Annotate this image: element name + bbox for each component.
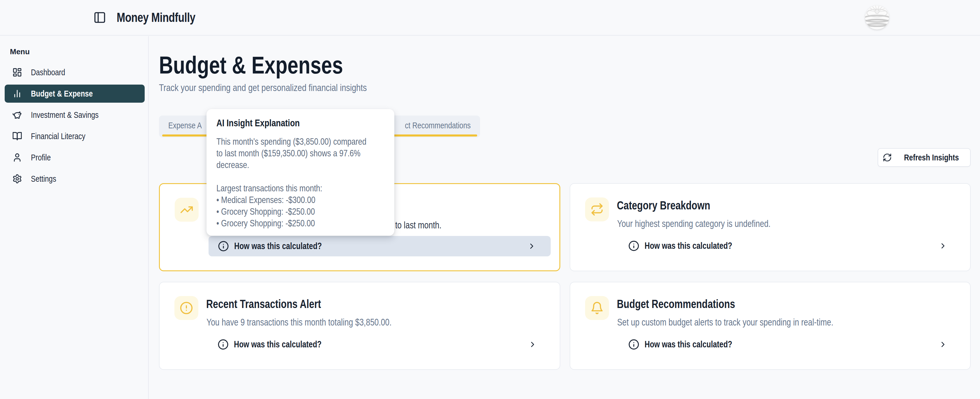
dashboard-icon xyxy=(12,67,22,77)
card-recent-transactions-alert: Recent Transactions Alert You have 9 tra… xyxy=(159,282,560,370)
card-title: Budget Recommendations xyxy=(617,297,765,311)
sidebar-item-profile[interactable]: Profile xyxy=(5,148,145,167)
refresh-insights-button[interactable]: Refresh Insights xyxy=(878,148,970,167)
sidebar-toggle-button[interactable] xyxy=(93,11,106,24)
tab-expense-analysis[interactable]: Expense A xyxy=(168,116,210,135)
popover-text-line: decrease. xyxy=(216,159,386,171)
sidebar-item-investment-savings[interactable]: Investment & Savings xyxy=(5,106,145,124)
how-was-this-calculated-button[interactable]: How was this calculated? xyxy=(628,236,948,256)
popover-bullet: • Grocery Shopping: -$250.00 xyxy=(216,206,386,217)
popover-text-line: to last month ($159,350.00) shows a 97.6… xyxy=(216,147,386,159)
bell-icon xyxy=(590,301,604,315)
trending-up-icon xyxy=(180,203,193,216)
card-subtitle: Your highest spending category is undefi… xyxy=(617,218,809,229)
how-was-this-calculated-button[interactable]: How was this calculated? xyxy=(218,334,537,354)
sidebar-item-label: Investment & Savings xyxy=(31,110,99,120)
card-icon-box xyxy=(174,296,198,320)
panel-left-icon xyxy=(93,11,106,24)
bar-chart-icon xyxy=(12,89,22,99)
sidebar-item-settings[interactable]: Settings xyxy=(5,170,145,188)
popover-title: AI Insight Explanation xyxy=(216,117,386,129)
sidebar-item-label: Settings xyxy=(31,174,56,184)
popover-text-line: This month's spending ($3,850.00) compar… xyxy=(216,136,386,147)
alert-circle-icon xyxy=(180,301,193,315)
card-icon-box xyxy=(175,198,199,222)
sidebar-menu-label: Menu xyxy=(10,47,148,56)
page-title: Budget & Expenses xyxy=(159,52,980,78)
piggy-bank-icon xyxy=(12,110,22,120)
info-icon xyxy=(628,240,640,251)
sidebar-item-label: Profile xyxy=(31,153,51,162)
card-icon-box xyxy=(585,197,609,221)
sidebar-item-dashboard[interactable]: Dashboard xyxy=(5,63,145,81)
app-title: Money Mindfully xyxy=(117,10,215,25)
chevron-right-icon xyxy=(527,242,536,251)
how-was-this-calculated-button[interactable]: How was this calculated? xyxy=(208,236,550,256)
card-icon-box xyxy=(585,296,609,320)
card-title: Recent Transactions Alert xyxy=(206,297,350,311)
popover-spacer xyxy=(216,171,386,182)
chevron-right-icon xyxy=(939,242,947,250)
card-category-breakdown: Category Breakdown Your highest spending… xyxy=(570,183,971,271)
card-subtitle: You have 9 transactions this month total… xyxy=(207,317,438,328)
popover-bullet: • Grocery Shopping: -$250.00 xyxy=(216,217,386,229)
info-icon xyxy=(628,339,640,350)
popover-bullet: • Medical Expenses: -$300.00 xyxy=(216,194,386,206)
sidebar-item-label: Dashboard xyxy=(31,67,65,77)
gear-icon xyxy=(12,174,22,184)
chevron-right-icon xyxy=(528,340,537,349)
avatar-image xyxy=(865,6,889,29)
page-subtitle: Track your spending and get personalized… xyxy=(159,82,980,93)
sidebar: Menu Dashboard Budget & Expense Investme… xyxy=(0,36,149,399)
card-budget-recommendations: Budget Recommendations Set up custom bud… xyxy=(570,282,971,370)
sidebar-item-financial-literacy[interactable]: Financial Literacy xyxy=(5,127,145,145)
repeat-icon xyxy=(590,203,604,216)
sidebar-item-budget-expense[interactable]: Budget & Expense xyxy=(5,84,145,103)
book-open-icon xyxy=(12,131,22,141)
avatar[interactable] xyxy=(865,6,889,29)
user-icon xyxy=(12,153,22,162)
sidebar-item-label: Budget & Expense xyxy=(31,89,93,99)
how-was-this-calculated-button[interactable]: How was this calculated? xyxy=(628,334,948,354)
ai-insight-popover: AI Insight Explanation This month's spen… xyxy=(207,109,395,236)
refresh-icon xyxy=(883,153,892,162)
popover-list-heading: Largest transactions this month: xyxy=(216,182,386,194)
tab-recommendations[interactable]: ct Recommendations xyxy=(388,116,471,135)
card-title: Category Breakdown xyxy=(617,199,733,212)
top-header: Money Mindfully xyxy=(0,0,980,36)
chevron-right-icon xyxy=(939,340,947,349)
card-subtitle-fragment: to last month. xyxy=(395,219,453,231)
info-icon xyxy=(218,339,229,350)
card-subtitle: Set up custom budget alerts to track you… xyxy=(617,317,887,328)
info-icon xyxy=(218,241,229,252)
sidebar-item-label: Financial Literacy xyxy=(31,131,86,141)
app-window: Money Mindfully xyxy=(0,0,980,399)
